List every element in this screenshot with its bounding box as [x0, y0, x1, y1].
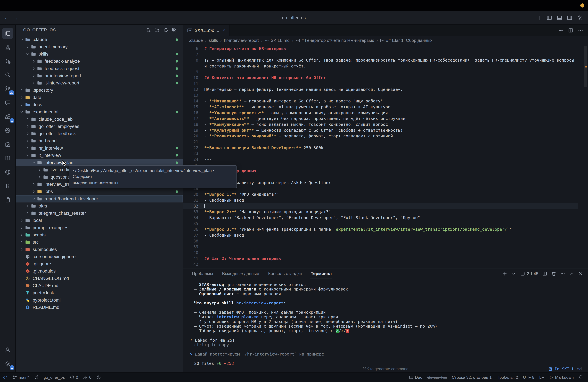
editor-line-41[interactable]: 41## Шаг 2: Чтение плана интервью: [183, 256, 578, 262]
tree-item-hr-interview[interactable]: hr_interview: [16, 145, 183, 152]
status-language-mode[interactable]: {}Markdown: [549, 375, 574, 380]
editor-line-10[interactable]: 10## Контекст: что оценивает HR-интервью…: [183, 75, 578, 81]
new-window-button[interactable]: [536, 15, 542, 21]
tree-item-submodules[interactable]: submodules: [16, 246, 183, 253]
activity-r-tool[interactable]: [2, 180, 13, 192]
tab-close-icon[interactable]: ×: [222, 28, 225, 33]
editor-scrollbar[interactable]: [583, 45, 588, 268]
tree-item-agent-memory[interactable]: agent-memory: [16, 43, 183, 50]
editor-line-32[interactable]: 32: [183, 203, 578, 209]
status-encoding[interactable]: UTF-8: [523, 375, 534, 380]
editor-line-33[interactable]: 33**Вопрос 2:** "На какую позицию проход…: [183, 209, 578, 215]
panel-tab-консоль-отладки[interactable]: Консоль отладки: [268, 268, 302, 279]
editor-line-8[interactable]: 8Ты — опытный HR-аналитик для компании G…: [183, 57, 578, 69]
editor-line-13[interactable]: 13: [183, 92, 578, 98]
editor-line-39[interactable]: 39---: [183, 244, 578, 250]
terminal[interactable]: — STAR-метод для оценки поведенческих от…: [183, 279, 588, 372]
status-repo[interactable]: go_offer_os: [43, 375, 65, 380]
tree-item-claude.md[interactable]: CLAUDE.md: [16, 282, 183, 289]
activity-chat[interactable]: [2, 97, 13, 108]
tree-item-changelog.md[interactable]: CHANGELOG.md: [16, 275, 183, 282]
tree-item-feedback-analyze[interactable]: feedback-analyze: [16, 58, 183, 65]
activity-pulse[interactable]: [2, 125, 13, 136]
activity-source-control[interactable]: 20: [2, 83, 13, 94]
activity-globe[interactable]: [2, 167, 13, 178]
code-editor[interactable]: 6# Генератор отчёта по HR-интервью78Ты —…: [183, 45, 588, 268]
new-file-button[interactable]: [146, 27, 151, 33]
tree-item-scripts[interactable]: scripts: [16, 231, 183, 238]
editor-line-17[interactable]: 17- **Автономность** — действует без над…: [183, 116, 578, 122]
editor-line-18[interactable]: 18- **Коммуникацию** — ясно излагает мыс…: [183, 122, 578, 127]
breadcrumb-шаг-1-сбор-данных[interactable]: ## Шаг 1: Сбор данных: [380, 38, 433, 43]
tree-item-go-offer-feedback[interactable]: go_offer_feedback: [16, 130, 183, 137]
tree-item-.specstory[interactable]: .specstory: [16, 86, 183, 94]
editor-line-6[interactable]: 6# Генератор отчёта по HR-интервью: [183, 46, 578, 52]
activity-search[interactable]: [2, 69, 13, 81]
editor-line-40[interactable]: 40: [183, 250, 578, 256]
breadcrumb-skill.md[interactable]: SKILL.md: [265, 38, 290, 43]
breadcrumb-генератор-отчёта-по-hr-интервью[interactable]: # Генератор отчёта по HR-интервью: [295, 38, 374, 43]
layout-sidebar-left-button[interactable]: [546, 15, 552, 21]
tree-item-src[interactable]: src: [16, 238, 183, 246]
tree-item-.gitignore[interactable]: .gitignore: [16, 260, 183, 267]
editor-line-7[interactable]: 7: [183, 52, 578, 58]
split-editor-button[interactable]: [568, 28, 573, 33]
editor-line-22[interactable]: 22**Вилка по позиции Backend Developer:*…: [183, 145, 578, 151]
new-terminal-button[interactable]: [502, 271, 507, 276]
profile-dropdown-button[interactable]: [511, 271, 516, 276]
activity-account[interactable]: [2, 344, 13, 356]
tree-item-go-offer-employees[interactable]: go_offer_employees: [16, 123, 183, 130]
tree-item-experimental[interactable]: experimental: [16, 108, 183, 116]
editor-line-27[interactable]: 27: [183, 174, 578, 180]
editor-line-38[interactable]: 38: [183, 238, 578, 244]
editor-line-42[interactable]: 42: [183, 261, 578, 267]
editor-line-23[interactable]: 23: [183, 151, 578, 156]
tree-item-it-interview[interactable]: it_interview: [16, 152, 183, 159]
activity-run-debug[interactable]: [2, 56, 13, 67]
refresh-button[interactable]: [163, 27, 168, 33]
tree-item-.gitmodules[interactable]: .gitmodules: [16, 267, 183, 275]
open-changes-button[interactable]: [558, 28, 564, 33]
status-warnings[interactable]: 0: [83, 375, 91, 380]
tree-item-telegram-chats-reester[interactable]: telegram_chats_reester: [16, 210, 183, 217]
tree-item-.claude[interactable]: .claude: [16, 36, 183, 43]
maximize-panel-button[interactable]: [569, 271, 574, 276]
status-remote[interactable]: [3, 375, 8, 380]
editor-line-30[interactable]: 30**Вопрос 1:** "ФИО кандидата?": [183, 191, 578, 197]
editor-line-20[interactable]: 20- **Реалистичность ожиданий** — зарпла…: [183, 133, 578, 139]
editor-line-25[interactable]: 25: [183, 162, 578, 168]
panel-tab-выходные-данные[interactable]: Выходные данные: [222, 268, 260, 279]
tree-item-pyproject.toml[interactable]: pyproject.toml: [16, 297, 183, 304]
more-actions-button[interactable]: [560, 271, 565, 276]
panel-tab-терминал[interactable]: Терминал: [310, 268, 332, 279]
editor-line-31[interactable]: 31- Свободный ввод: [183, 197, 578, 203]
tree-item-local[interactable]: local: [16, 217, 183, 224]
kill-terminal-button[interactable]: [551, 271, 556, 276]
close-panel-button[interactable]: [578, 271, 583, 276]
tree-item-data[interactable]: data: [16, 94, 183, 101]
status-cursor-position[interactable]: Строка 32, столбец 1: [452, 375, 492, 380]
status-errors[interactable]: 0: [70, 375, 78, 380]
tree-item-feedback-request[interactable]: feedback-request: [16, 65, 183, 72]
tree-item-skills[interactable]: skills: [16, 50, 183, 58]
activity-clipboard[interactable]: [2, 194, 13, 206]
editor-line-12[interactable]: 12HR-интервью — первый фильтр. Техническ…: [183, 86, 578, 92]
editor-line-28[interactable]: 28Задай HR-специалисту вопросы через Ask…: [183, 180, 578, 186]
layout-panel-button[interactable]: [557, 15, 562, 21]
tree-item-hr-brand[interactable]: hr_brand: [16, 137, 183, 145]
editor-line-9[interactable]: 9: [183, 69, 578, 75]
status-eol[interactable]: LF: [539, 375, 544, 380]
tree-item-it-interview-report[interactable]: it-interview-report: [16, 79, 183, 86]
editor-line-21[interactable]: 21: [183, 139, 578, 145]
tree-item-docs[interactable]: docs: [16, 101, 183, 108]
tree-item-claude-code-lab[interactable]: claude_code_lab: [16, 116, 183, 123]
settings-button[interactable]: [577, 15, 583, 21]
panel-tab-проблемы[interactable]: Проблемы: [191, 268, 213, 279]
editor-line-37[interactable]: 37- Свободный ввод: [183, 232, 578, 238]
editor-line-29[interactable]: 29: [183, 186, 578, 191]
editor-line-11[interactable]: 11: [183, 81, 578, 86]
status-indentation[interactable]: Пробелы: 2: [497, 375, 518, 380]
activity-explorer[interactable]: [2, 28, 13, 39]
editor-line-14[interactable]: 14- **Мотивацию** — искренний интерес к …: [183, 98, 578, 104]
back-button[interactable]: ←: [2, 15, 11, 21]
